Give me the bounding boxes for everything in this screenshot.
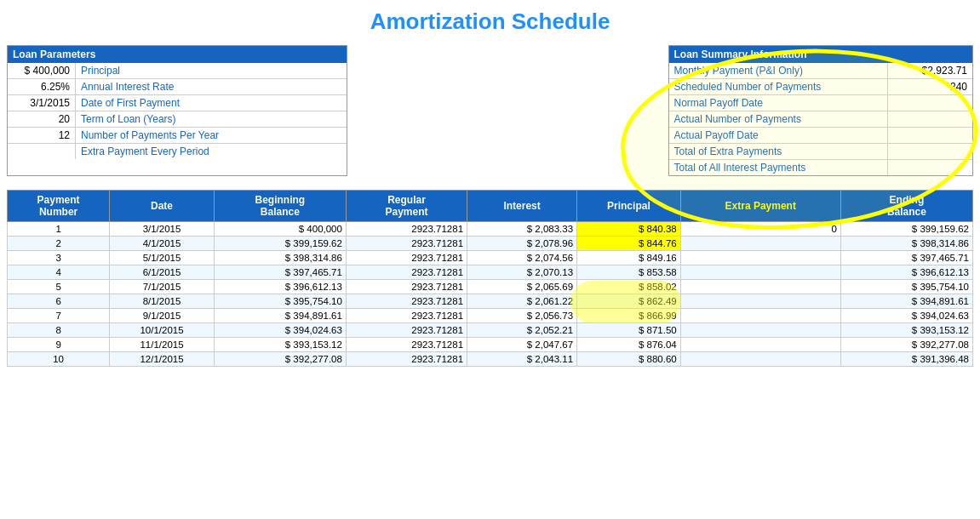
table-row: 810/1/2015$ 394,024.632923.71281$ 2,052.…	[8, 323, 973, 338]
param-row-principal: $ 400,000 Principal	[8, 63, 347, 79]
table-row: 911/1/2015$ 393,153.122923.71281$ 2,047.…	[8, 338, 973, 352]
top-section: Loan Parameters $ 400,000 Principal 6.25…	[0, 45, 980, 185]
principal-value: $ 400,000	[8, 63, 76, 78]
table-row: 1012/1/2015$ 392,277.082923.71281$ 2,043…	[8, 352, 973, 367]
summary-row-extra-payments: Total of Extra Payments	[669, 144, 973, 160]
loan-summary-header: Loan Summary Information	[669, 46, 973, 63]
param-row-rate: 6.25% Annual Interest Rate	[8, 79, 347, 95]
payments-per-year-label: Number of Payments Per Year	[76, 128, 347, 143]
loan-params-header: Loan Parameters	[8, 46, 347, 63]
actual-payoff-value	[887, 128, 972, 143]
table-row: 57/1/2015$ 396,612.132923.71281$ 2,065.6…	[8, 280, 973, 294]
summary-row-actual-payments: Actual Number of Payments	[669, 111, 973, 128]
summary-row-normal-payoff: Normal Payoff Date	[669, 95, 973, 111]
param-row-payments-per-year: 12 Number of Payments Per Year	[8, 128, 347, 144]
col-header-date: Date	[110, 191, 215, 222]
date-label: Date of First Payment	[76, 95, 347, 111]
page-title: Amortization Schedule	[0, 0, 980, 45]
summary-row-scheduled: Scheduled Number of Payments 240	[669, 79, 973, 95]
col-header-interest: Interest	[467, 191, 577, 222]
table-row: 68/1/2015$ 395,754.102923.71281$ 2,061.2…	[8, 294, 973, 309]
rate-label: Annual Interest Rate	[76, 79, 347, 94]
table-row: 46/1/2015$ 397,465.712923.71281$ 2,070.1…	[8, 265, 973, 280]
extra-payments-value	[887, 144, 972, 159]
summary-row-actual-payoff: Actual Payoff Date	[669, 128, 973, 144]
table-row: 35/1/2015$ 398,314.862923.71281$ 2,074.5…	[8, 251, 973, 265]
payments-per-year-value: 12	[8, 128, 76, 143]
page: Amortization Schedule Loan Parameters $ …	[0, 0, 980, 519]
normal-payoff-value	[887, 95, 972, 111]
term-label: Term of Loan (Years)	[76, 111, 347, 127]
table-row: 24/1/2015$ 399,159.622923.71281$ 2,078.9…	[8, 237, 973, 251]
principal-label: Principal	[76, 63, 347, 78]
table-row: 79/1/2015$ 394,891.612923.71281$ 2,056.7…	[8, 309, 973, 323]
col-header-payment-number: PaymentNumber	[8, 191, 110, 222]
col-header-extra-payment: Extra Payment	[680, 191, 840, 222]
actual-payments-value	[887, 111, 972, 127]
loan-parameters-panel: Loan Parameters $ 400,000 Principal 6.25…	[7, 45, 347, 176]
scheduled-payments-label: Scheduled Number of Payments	[669, 79, 888, 94]
table-row: 13/1/2015$ 400,0002923.71281$ 2,083.33$ …	[8, 222, 973, 237]
actual-payments-label: Actual Number of Payments	[669, 111, 888, 127]
normal-payoff-label: Normal Payoff Date	[669, 95, 888, 111]
actual-payoff-label: Actual Payoff Date	[669, 128, 888, 143]
scheduled-payments-value: 240	[887, 79, 972, 94]
loan-summary-panel: Loan Summary Information Monthly Payment…	[668, 45, 974, 176]
amortization-table: PaymentNumber Date BeginningBalance Regu…	[7, 190, 973, 367]
summary-row-interest: Total of All Interest Payments	[669, 160, 973, 175]
param-row-date: 3/1/2015 Date of First Payment	[8, 95, 347, 111]
monthly-payment-label: Monthly Payment (P&I Only)	[669, 63, 888, 78]
extra-payments-label: Total of Extra Payments	[669, 144, 888, 159]
table-header-row: PaymentNumber Date BeginningBalance Regu…	[8, 191, 973, 222]
col-header-ending-balance: EndingBalance	[840, 191, 972, 222]
extra-payment-value	[8, 144, 76, 159]
table-container: PaymentNumber Date BeginningBalance Regu…	[0, 190, 980, 367]
extra-payment-label: Extra Payment Every Period	[76, 144, 347, 159]
rate-value: 6.25%	[8, 79, 76, 94]
interest-label: Total of All Interest Payments	[669, 160, 888, 175]
date-value: 3/1/2015	[8, 95, 76, 111]
param-row-term: 20 Term of Loan (Years)	[8, 111, 347, 128]
summary-row-monthly: Monthly Payment (P&I Only) $2,923.71	[669, 63, 973, 79]
col-header-principal: Principal	[577, 191, 681, 222]
col-header-beginning-balance: BeginningBalance	[214, 191, 346, 222]
term-value: 20	[8, 111, 76, 127]
col-header-regular-payment: RegularPayment	[346, 191, 467, 222]
spacer	[356, 45, 660, 176]
interest-value	[887, 160, 972, 175]
monthly-payment-value: $2,923.71	[887, 63, 972, 78]
param-row-extra: Extra Payment Every Period	[8, 144, 347, 159]
